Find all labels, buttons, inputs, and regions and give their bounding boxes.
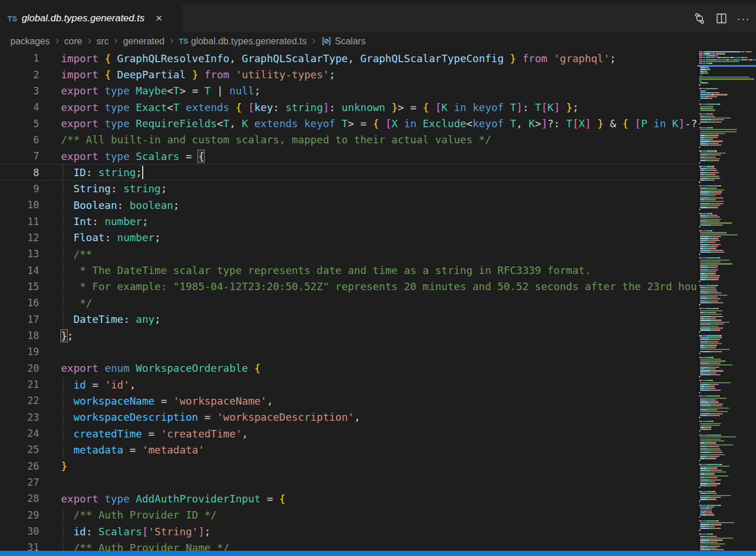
code-line[interactable]: 22 workspaceName = 'workspaceName', <box>0 393 697 409</box>
code-line-content: workspaceDescription = 'workspaceDescrip… <box>39 409 697 425</box>
code-line-content: * The DateTime scalar type represents da… <box>39 262 697 278</box>
breadcrumb-file[interactable]: TS global.db.types.generated.ts <box>179 36 307 47</box>
line-number[interactable]: 24 <box>0 428 39 439</box>
code-line-content: } <box>39 458 697 474</box>
breadcrumb-generated[interactable]: generated <box>123 36 165 47</box>
code-line[interactable]: 16 */ <box>0 295 697 311</box>
line-number[interactable]: 16 <box>0 297 39 309</box>
line-number[interactable]: 17 <box>0 314 39 325</box>
code-line[interactable]: 13 /** <box>0 246 697 262</box>
code-line-content: Boolean: boolean; <box>39 197 697 213</box>
compare-changes-icon[interactable] <box>692 10 708 26</box>
indent-guide <box>63 426 63 441</box>
line-number[interactable]: 6 <box>0 134 39 146</box>
line-number[interactable]: 25 <box>0 444 39 455</box>
code-area[interactable]: 1import { GraphQLResolveInfo, GraphQLSca… <box>0 50 697 556</box>
code-line[interactable]: 12 Float: number; <box>0 230 697 246</box>
code-line[interactable]: 3export type Maybe<T> = T | null; <box>0 83 697 99</box>
indent-guide <box>63 279 63 294</box>
code-line[interactable]: 4export type Exact<T extends { [key: str… <box>0 99 697 115</box>
code-line[interactable]: 2import { DeepPartial } from 'utility-ty… <box>0 66 697 82</box>
code-line[interactable]: 30 id: Scalars['String']; <box>0 523 697 539</box>
symbol-type-icon <box>321 36 332 47</box>
line-number[interactable]: 19 <box>0 346 39 357</box>
line-number[interactable]: 10 <box>0 199 39 211</box>
indent-guide <box>63 508 63 523</box>
titlebar-strip <box>0 0 756 5</box>
code-line-content: Float: number; <box>39 230 697 246</box>
code-line-content: * For example: "1985-04-12T23:20:50.52Z"… <box>39 279 697 295</box>
line-number[interactable]: 7 <box>0 150 39 162</box>
line-number[interactable]: 21 <box>0 379 39 390</box>
indent-guide <box>63 393 63 408</box>
code-line[interactable]: 7export type Scalars = { <box>0 148 697 164</box>
line-number[interactable]: 11 <box>0 216 39 227</box>
code-line[interactable]: 18}; <box>0 327 697 344</box>
split-editor-icon[interactable] <box>713 10 730 26</box>
code-line[interactable]: 20export enum WorkspaceOrderable { <box>0 360 697 376</box>
line-number[interactable]: 5 <box>0 118 39 130</box>
code-line-content <box>39 344 697 360</box>
line-number[interactable]: 13 <box>0 248 39 260</box>
chevron-right-icon <box>53 37 62 45</box>
line-number[interactable]: 22 <box>0 395 39 406</box>
tab-close-icon[interactable]: ✕ <box>152 12 165 25</box>
code-line[interactable]: 27 <box>0 474 697 490</box>
code-line[interactable]: 21 id = 'id', <box>0 376 697 393</box>
line-number[interactable]: 8 <box>0 167 39 178</box>
code-line-content: import { GraphQLResolveInfo, GraphQLScal… <box>39 50 697 66</box>
line-number[interactable]: 15 <box>0 281 39 292</box>
indent-guide <box>63 312 63 327</box>
code-line[interactable]: 10 Boolean: boolean; <box>0 197 697 213</box>
indent-guide <box>63 377 63 392</box>
code-line[interactable]: 6/** All built-in and custom scalars, ma… <box>0 132 697 148</box>
indent-guide <box>63 246 63 261</box>
more-actions-icon[interactable]: ··· <box>735 10 751 26</box>
code-line[interactable]: 24 createdTime = 'createdTime', <box>0 425 697 441</box>
indent-guide <box>63 442 63 457</box>
code-line[interactable]: 14 * The DateTime scalar type represents… <box>0 262 697 278</box>
code-line-content: */ <box>39 295 697 311</box>
code-line[interactable]: 23 workspaceDescription = 'workspaceDesc… <box>0 409 697 425</box>
line-number[interactable]: 9 <box>0 183 39 195</box>
indent-guide <box>63 524 63 539</box>
code-line[interactable]: 5export type RequireFields<T, K extends … <box>0 115 697 131</box>
code-line[interactable]: 17 DateTime: any; <box>0 311 697 327</box>
line-number[interactable]: 29 <box>0 509 39 521</box>
minimap[interactable] <box>697 50 756 556</box>
line-number[interactable]: 2 <box>0 69 39 81</box>
code-line[interactable]: 8 ID: string; <box>0 164 697 180</box>
line-number[interactable]: 1 <box>0 52 39 64</box>
indent-guide <box>63 262 63 277</box>
tab-global-db-types-generated[interactable]: TS global.db.types.generated.ts ✕ <box>0 5 182 32</box>
line-number[interactable]: 18 <box>0 330 39 341</box>
code-line[interactable]: 29 /** Auth Provider ID */ <box>0 507 697 523</box>
line-number[interactable]: 14 <box>0 265 39 276</box>
line-number[interactable]: 3 <box>0 85 39 97</box>
breadcrumb-symbol-scalars[interactable]: Scalars <box>321 36 365 47</box>
line-number[interactable]: 23 <box>0 412 39 423</box>
code-editor[interactable]: 1import { GraphQLResolveInfo, GraphQLSca… <box>0 50 756 556</box>
line-number[interactable]: 20 <box>0 363 39 374</box>
line-number[interactable]: 12 <box>0 232 39 243</box>
code-line[interactable]: 9 String: string; <box>0 181 697 197</box>
line-number[interactable]: 28 <box>0 493 39 504</box>
code-line[interactable]: 19 <box>0 344 697 360</box>
code-line[interactable]: 26} <box>0 458 697 474</box>
line-number[interactable]: 30 <box>0 525 39 537</box>
chevron-right-icon <box>310 37 318 45</box>
breadcrumb-src[interactable]: src <box>97 36 109 47</box>
breadcrumb-core[interactable]: core <box>64 36 82 47</box>
code-line[interactable]: 15 * For example: "1985-04-12T23:20:50.5… <box>0 279 697 295</box>
code-line[interactable]: 1import { GraphQLResolveInfo, GraphQLSca… <box>0 50 697 66</box>
code-line[interactable]: 11 Int: number; <box>0 213 697 229</box>
chevron-right-icon <box>112 37 120 45</box>
line-number[interactable]: 26 <box>0 460 39 472</box>
code-line-content: export type AddAuthProviderInput = { <box>39 490 697 507</box>
status-bar[interactable] <box>0 551 756 556</box>
code-line[interactable]: 28export type AddAuthProviderInput = { <box>0 490 697 507</box>
line-number[interactable]: 27 <box>0 477 39 488</box>
code-line[interactable]: 25 metadata = 'metadata' <box>0 441 697 458</box>
breadcrumb-packages[interactable]: packages <box>10 36 50 47</box>
line-number[interactable]: 4 <box>0 101 39 113</box>
